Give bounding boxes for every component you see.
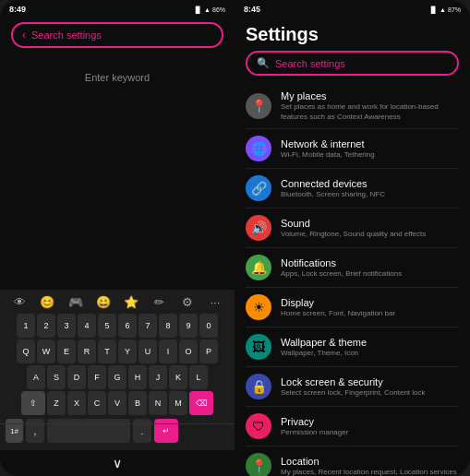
- key-0[interactable]: 0: [199, 314, 218, 338]
- key-h[interactable]: H: [128, 365, 147, 389]
- item-title-6: Wallpaper & theme: [281, 336, 459, 349]
- key-space[interactable]: [47, 419, 130, 443]
- key-p[interactable]: P: [199, 339, 218, 363]
- emoji-row: 👁 😊 🎮 😀 ⭐ ✏ ⚙ ···: [2, 293, 233, 311]
- item-subtitle-3: Volume, Ringtone, Sound quality and effe…: [281, 230, 459, 239]
- zxcv-row: ⇧ Z X C V B N M ⌫: [2, 391, 233, 415]
- item-title-5: Display: [281, 296, 459, 309]
- emoji-key-more[interactable]: ···: [205, 295, 225, 309]
- key-3[interactable]: 3: [57, 314, 76, 338]
- settings-item-4[interactable]: 🔔NotificationsApps, Lock screen, Brief n…: [235, 248, 470, 287]
- search-text-left: Search settings: [31, 30, 212, 41]
- emoji-key-star[interactable]: ⭐: [121, 295, 141, 309]
- settings-item-1[interactable]: 🌐Network & internetWi-Fi, Mobile data, T…: [235, 129, 470, 168]
- key-k[interactable]: K: [169, 365, 187, 389]
- emoji-key-eye[interactable]: 👁: [9, 295, 30, 309]
- left-phone: 8:49 ▐▌ ▲ 86% ‹ Search settings Enter ke…: [0, 0, 235, 476]
- settings-item-9[interactable]: 📍LocationMy places, Recent location requ…: [235, 446, 470, 476]
- settings-item-7[interactable]: 🔒Lock screen & securitySelect screen loc…: [235, 367, 470, 406]
- search-bar-right[interactable]: 🔍 Search settings: [246, 51, 459, 76]
- key-z[interactable]: Z: [47, 391, 66, 415]
- time-left: 8:49: [9, 5, 26, 14]
- key-f[interactable]: F: [88, 365, 106, 389]
- key-w[interactable]: W: [37, 339, 55, 363]
- key-backspace[interactable]: ⌫: [189, 391, 213, 415]
- emoji-key-sticker[interactable]: 🎮: [66, 295, 86, 309]
- item-title-2: Connected devices: [281, 177, 459, 190]
- item-text-7: Lock screen & securitySelect screen lock…: [281, 375, 459, 399]
- key-dot[interactable]: ,: [26, 419, 44, 443]
- item-text-9: LocationMy places, Recent location reque…: [281, 455, 459, 476]
- item-subtitle-6: Wallpaper, Theme, Icon: [281, 349, 459, 358]
- settings-item-3[interactable]: 🔊SoundVolume, Ringtone, Sound quality an…: [235, 208, 470, 247]
- key-y[interactable]: Y: [118, 339, 137, 363]
- item-subtitle-2: Bluetooth, Screen sharing, NFC: [281, 190, 459, 199]
- search-icon-right: 🔍: [257, 57, 270, 69]
- key-i[interactable]: I: [159, 339, 177, 363]
- item-subtitle-9: My places, Recent location request, Loca…: [281, 468, 459, 476]
- key-4[interactable]: 4: [78, 314, 96, 338]
- key-a[interactable]: A: [27, 365, 45, 389]
- nav-chevron-icon[interactable]: ∨: [113, 456, 122, 470]
- settings-item-8[interactable]: 🛡PrivacyPermission manager: [235, 407, 470, 446]
- key-x[interactable]: X: [67, 391, 86, 415]
- settings-item-6[interactable]: 🖼Wallpaper & themeWallpaper, Theme, Icon: [235, 327, 470, 366]
- key-m[interactable]: M: [169, 391, 187, 415]
- key-d[interactable]: D: [67, 365, 86, 389]
- signal-icon-right: ▐▌: [428, 6, 438, 13]
- key-period[interactable]: .: [133, 419, 151, 443]
- emoji-key-pen[interactable]: ✏: [149, 295, 169, 309]
- item-subtitle-7: Select screen lock, Fingerprint, Content…: [281, 388, 459, 398]
- item-icon-7: 🔒: [246, 374, 271, 399]
- key-o[interactable]: O: [179, 339, 198, 363]
- status-icons-right: ▐▌ ▲ 87%: [428, 6, 461, 13]
- key-6[interactable]: 6: [118, 314, 137, 338]
- item-subtitle-4: Apps, Lock screen, Brief notifications: [281, 269, 459, 279]
- settings-item-2[interactable]: 🔗Connected devicesBluetooth, Screen shar…: [235, 169, 470, 208]
- key-l[interactable]: L: [189, 365, 208, 389]
- item-icon-4: 🔔: [246, 255, 271, 280]
- search-bar-left[interactable]: ‹ Search settings: [11, 22, 223, 48]
- qwerty-row: Q W E R T Y U I O P: [2, 339, 233, 363]
- asdf-row: A S D F G H J K L: [2, 365, 233, 389]
- key-u[interactable]: U: [139, 339, 157, 363]
- key-5[interactable]: 5: [98, 314, 116, 338]
- item-text-2: Connected devicesBluetooth, Screen shari…: [281, 177, 459, 200]
- key-c[interactable]: C: [88, 391, 106, 415]
- key-8[interactable]: 8: [159, 314, 177, 338]
- key-7[interactable]: 7: [139, 314, 157, 338]
- key-enter[interactable]: ↵: [154, 419, 178, 443]
- key-e[interactable]: E: [57, 339, 76, 363]
- emoji-key-smile[interactable]: 😊: [37, 295, 57, 309]
- settings-item-0[interactable]: 📍My placesSet places as home and work fo…: [235, 83, 470, 128]
- key-t[interactable]: T: [98, 339, 116, 363]
- wifi-icon-right: ▲: [440, 6, 446, 13]
- key-1[interactable]: 1: [17, 314, 35, 338]
- key-num-special[interactable]: 1#: [6, 419, 23, 443]
- settings-item-5[interactable]: ☀DisplayHome screen, Font, Navigation ba…: [235, 288, 470, 327]
- item-title-1: Network & internet: [281, 137, 459, 150]
- key-j[interactable]: J: [149, 365, 167, 389]
- key-q[interactable]: Q: [17, 339, 35, 363]
- key-g[interactable]: G: [108, 365, 127, 389]
- key-v[interactable]: V: [108, 391, 127, 415]
- item-title-3: Sound: [281, 217, 459, 230]
- key-s[interactable]: S: [47, 365, 66, 389]
- status-bar-right: 8:45 ▐▌ ▲ 87%: [235, 0, 470, 18]
- key-2[interactable]: 2: [37, 314, 55, 338]
- item-title-0: My places: [281, 89, 459, 102]
- settings-title: Settings: [235, 18, 470, 49]
- item-subtitle-1: Wi-Fi, Mobile data, Tethering: [281, 150, 459, 160]
- right-phone: 8:45 ▐▌ ▲ 87% Settings 🔍 Search settings…: [235, 0, 470, 476]
- item-text-8: PrivacyPermission manager: [281, 415, 459, 438]
- key-shift[interactable]: ⇧: [21, 391, 45, 415]
- emoji-key-gif[interactable]: 😀: [93, 295, 114, 309]
- item-icon-6: 🖼: [246, 334, 271, 360]
- battery-right: 87%: [448, 6, 461, 13]
- key-n[interactable]: N: [149, 391, 167, 415]
- key-9[interactable]: 9: [179, 314, 198, 338]
- bottom-row: 1# , . ↵: [2, 417, 233, 445]
- key-b[interactable]: B: [128, 391, 147, 415]
- emoji-key-settings[interactable]: ⚙: [177, 295, 198, 309]
- key-r[interactable]: R: [78, 339, 96, 363]
